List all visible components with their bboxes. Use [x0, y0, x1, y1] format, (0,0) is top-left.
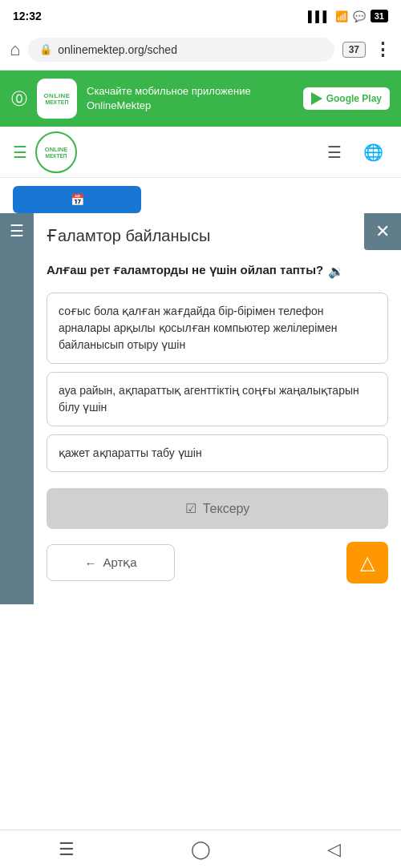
status-icons: ▌▌▌ 📶 💬 31 [308, 10, 388, 22]
bottom-nav: ☰ ◯ ◁ [0, 830, 401, 868]
back-button-label: Артқа [103, 555, 136, 570]
site-logo-bottom: МЕКТЕП [46, 153, 67, 159]
page-title: Ғаламтор байланысы [47, 226, 348, 245]
language-globe-icon[interactable]: 🌐 [358, 137, 388, 168]
url-bar[interactable]: 🔒 onlinemektep.org/sched [28, 38, 334, 62]
schedule-button[interactable]: 📅 [13, 186, 141, 213]
answer-option-2[interactable]: ауа райын, ақпараттық агенттіктің соңғы … [47, 372, 388, 426]
content-area: ☰ ✕ Ғаламтор байланысы Алғаш рет ғаламто… [0, 213, 401, 604]
sidebar: ☰ [0, 213, 34, 604]
check-button-area: ☑ Тексеру [47, 488, 388, 529]
bottom-nav-back-icon[interactable]: ◁ [267, 830, 401, 869]
back-arrow-icon: ← [84, 556, 96, 570]
app-banner: ⓪ ONLINE МЕКТЕП Скачайте мобильное прило… [0, 71, 401, 127]
battery-badge: 31 [371, 10, 388, 22]
browser-bar: ⌂ 🔒 onlinemektep.org/sched 37 ⋮ [0, 29, 401, 71]
google-play-label: Google Play [326, 93, 382, 104]
bottom-nav-home-icon[interactable]: ◯ [134, 830, 268, 869]
question-block: Алғаш рет ғаламторды не үшін ойлап тапты… [47, 261, 388, 472]
check-icon: ☑ [185, 501, 196, 516]
warning-button[interactable]: △ [346, 542, 388, 583]
check-button-label: Тексеру [203, 502, 250, 516]
signal-icon: ▌▌▌ [308, 10, 330, 22]
bottom-nav-menu-icon[interactable]: ☰ [0, 830, 134, 869]
banner-close-button[interactable]: ⓪ [11, 88, 27, 110]
banner-text: Скачайте мобильное приложение OnlineMekt… [87, 84, 294, 113]
sidebar-menu-icon[interactable]: ☰ [10, 221, 24, 240]
wifi-icon: 📶 [335, 10, 348, 22]
tab-count-badge[interactable]: 37 [342, 42, 366, 58]
list-view-icon[interactable]: ☰ [319, 137, 350, 168]
menu-hamburger-icon[interactable]: ☰ [13, 143, 27, 162]
top-button-area: 📅 [0, 178, 401, 213]
close-button[interactable]: ✕ [364, 213, 401, 250]
message-icon: 💬 [353, 10, 366, 22]
check-button[interactable]: ☑ Тексеру [47, 488, 388, 529]
browser-menu-button[interactable]: ⋮ [374, 39, 391, 60]
back-button-row: ← Артқа △ [47, 542, 388, 591]
status-time: 12:32 [13, 10, 42, 22]
banner-logo-bottom: МЕКТЕП [46, 99, 69, 105]
sound-icon[interactable]: 🔉 [328, 262, 344, 281]
main-content: ✕ Ғаламтор байланысы Алғаш рет ғаламторд… [34, 213, 401, 604]
question-text: Алғаш рет ғаламторды не үшін ойлап тапты… [47, 261, 388, 281]
status-bar: 12:32 ▌▌▌ 📶 💬 31 [0, 0, 401, 29]
banner-logo: ONLINE МЕКТЕП [37, 79, 77, 119]
site-header: ☰ ONLINE МЕКТЕП ☰ 🌐 [0, 127, 401, 178]
answer-option-1[interactable]: соғыс бола қалған жағдайда бір-бірімен т… [47, 293, 388, 364]
site-logo-top: ONLINE [45, 146, 67, 153]
lock-icon: 🔒 [39, 43, 52, 55]
banner-logo-top: ONLINE [43, 92, 70, 99]
answer-option-3[interactable]: қажет ақпаратты табу үшін [47, 434, 388, 472]
back-button[interactable]: ← Артқа [47, 544, 175, 581]
home-button[interactable]: ⌂ [10, 39, 20, 60]
site-logo[interactable]: ONLINE МЕКТЕП [35, 131, 77, 173]
google-play-button[interactable]: Google Play [303, 87, 390, 110]
warning-icon: △ [360, 551, 375, 574]
url-text: onlinemektep.org/sched [58, 43, 322, 56]
play-icon [311, 92, 322, 105]
